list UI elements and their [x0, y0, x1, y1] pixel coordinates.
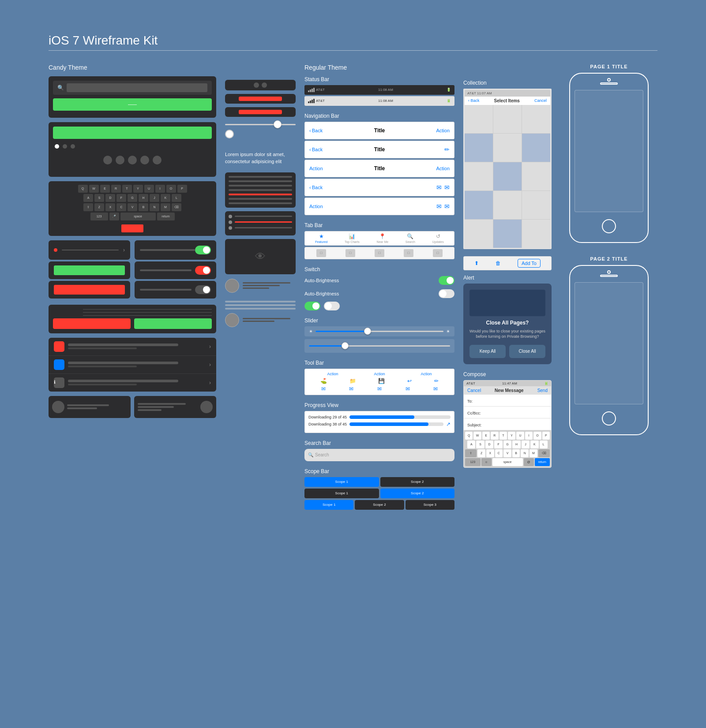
toolbar-icon-8[interactable]: ✉	[377, 386, 382, 392]
compose-cancel-btn[interactable]: Cancel	[467, 388, 481, 393]
toolbar-icon-3[interactable]: 💾	[378, 378, 385, 384]
kb-key-l[interactable]: L	[172, 194, 181, 202]
key-delete-compose[interactable]: ⌫	[538, 449, 550, 457]
compose-cc-row[interactable]: Cc/Bcc:	[464, 407, 551, 418]
green-list-item[interactable]	[49, 261, 130, 279]
circle-btn-3[interactable]	[128, 156, 137, 164]
kb-key-m[interactable]: M	[161, 203, 170, 211]
search-bar-reg[interactable]: 🔍 Search	[304, 449, 454, 461]
grid-cell-15[interactable]	[522, 220, 550, 248]
key-v[interactable]: V	[503, 449, 511, 457]
key-j[interactable]: J	[522, 441, 530, 448]
candy-form-red-btn[interactable]	[53, 318, 131, 329]
kb-key-f[interactable]: F	[116, 194, 126, 202]
red-list-item[interactable]	[49, 281, 130, 299]
tab-featured[interactable]: ★ Featured	[315, 233, 327, 243]
circle-btn-4[interactable]	[140, 156, 149, 164]
scope-btn-3-3[interactable]: Scope 3	[406, 500, 454, 510]
key-g[interactable]: G	[503, 441, 511, 448]
settings-row-1[interactable]: ›	[49, 338, 216, 356]
candy-green-button-1[interactable]: ——	[53, 98, 212, 111]
scope-btn-1-1[interactable]: Scope 1	[304, 477, 379, 487]
key-z[interactable]: Z	[477, 449, 485, 457]
tool-label-1[interactable]: Action	[327, 372, 338, 376]
grid-cell-7[interactable]	[465, 162, 493, 190]
grid-cell-5[interactable]	[493, 134, 522, 162]
kb-key-shift[interactable]: ⇧	[83, 203, 93, 211]
kb-key-n[interactable]: N	[150, 203, 159, 211]
add-to-btn[interactable]: Add To	[518, 259, 541, 268]
grid-cell-12[interactable]	[522, 191, 550, 219]
tab-search[interactable]: 🔍 Search	[406, 233, 415, 243]
kb-key-o[interactable]: O	[166, 185, 176, 193]
toggle-row-3[interactable]	[135, 281, 216, 299]
kb-key-123[interactable]: 123	[90, 213, 108, 220]
key-r[interactable]: R	[491, 432, 498, 440]
tab-nearme[interactable]: 📍 Near Me	[376, 233, 388, 243]
kb-key-return[interactable]: return	[157, 213, 175, 220]
kb-key-x[interactable]: X	[105, 203, 115, 211]
grid-cell-3[interactable]	[522, 105, 550, 133]
nav-action-3-right[interactable]: Action	[436, 166, 450, 171]
key-space-compose[interactable]: space	[492, 458, 523, 466]
key-x[interactable]: X	[486, 449, 494, 457]
key-m[interactable]: M	[530, 449, 537, 457]
slider-track-reg-2[interactable]	[309, 345, 450, 347]
nav-back-1[interactable]: ‹ Back	[309, 128, 323, 133]
scope-btn-1-2[interactable]: Scope 2	[380, 477, 455, 487]
collection-back-btn[interactable]: ‹ Back	[468, 98, 480, 103]
tool-label-3[interactable]: Action	[421, 372, 432, 376]
grid-cell-2[interactable]	[493, 105, 522, 133]
key-u[interactable]: U	[516, 432, 524, 440]
kb-key-q[interactable]: Q	[78, 185, 88, 193]
key-n[interactable]: N	[521, 449, 529, 457]
tab-sq-3[interactable]: □	[375, 249, 384, 257]
share-icon[interactable]: ⬆	[474, 260, 479, 266]
toggle-row-2[interactable]	[135, 261, 216, 279]
kb-key-p[interactable]: P	[177, 185, 187, 193]
key-emoji[interactable]: ☺	[481, 458, 492, 466]
toggle-row-1[interactable]	[135, 240, 216, 260]
kb-key-h[interactable]: H	[139, 194, 148, 202]
key-h[interactable]: H	[512, 441, 520, 448]
progress-icon[interactable]: ↗	[446, 421, 451, 427]
key-k[interactable]: K	[530, 441, 538, 448]
scope-btn-2-1[interactable]: Scope 1	[304, 489, 379, 498]
nav-icon-4b[interactable]: ✉	[444, 184, 450, 191]
grid-cell-6[interactable]	[522, 134, 550, 162]
nav-action-1[interactable]: Action	[436, 128, 450, 133]
nav-action-5[interactable]: Action	[309, 204, 323, 209]
kb-key-j[interactable]: J	[150, 194, 159, 202]
grid-cell-14[interactable]	[493, 220, 522, 248]
nav-back-2[interactable]: ‹ Back	[309, 147, 323, 152]
kb-key-z[interactable]: Z	[94, 203, 104, 211]
nav-icon-4a[interactable]: ✉	[436, 184, 442, 191]
tab-sq-4[interactable]: □	[404, 249, 413, 257]
kb-key-b[interactable]: B	[139, 203, 148, 211]
tab-updates[interactable]: ↺ Updates	[432, 233, 444, 243]
grid-cell-13[interactable]	[465, 220, 493, 248]
key-at[interactable]: @	[524, 458, 534, 466]
settings-row-3[interactable]: ℹ ›	[49, 374, 216, 392]
slider-track-reg[interactable]	[315, 331, 443, 332]
kb-key-c[interactable]: C	[116, 203, 126, 211]
kb-key-w[interactable]: W	[89, 185, 99, 193]
phone-2-home-btn[interactable]	[602, 411, 616, 426]
kb-key-mic[interactable]: 🎤	[109, 213, 119, 220]
nav-edit-icon[interactable]: ✏	[444, 146, 450, 153]
kb-key-space[interactable]: space	[120, 213, 156, 220]
toolbar-icon-2[interactable]: 📁	[349, 378, 356, 384]
compose-subject-row[interactable]: Subject:	[464, 418, 551, 430]
phone-1-home-btn[interactable]	[602, 219, 616, 233]
alert-keep-btn[interactable]: Keep All	[469, 345, 506, 358]
key-d[interactable]: D	[485, 441, 493, 448]
toolbar-icon-7[interactable]: ✉	[349, 386, 353, 392]
candy-green-button-2[interactable]	[53, 127, 212, 139]
kb-key-e[interactable]: E	[100, 185, 110, 193]
nav-icon-5a[interactable]: ✉	[436, 203, 442, 210]
toolbar-icon-6[interactable]: ✉	[321, 386, 326, 392]
compose-to-row[interactable]: To:	[464, 395, 551, 407]
key-l[interactable]: L	[540, 441, 548, 448]
key-shift-compose[interactable]: ⇧	[465, 449, 477, 457]
scope-btn-3-1[interactable]: Scope 1	[304, 500, 353, 510]
